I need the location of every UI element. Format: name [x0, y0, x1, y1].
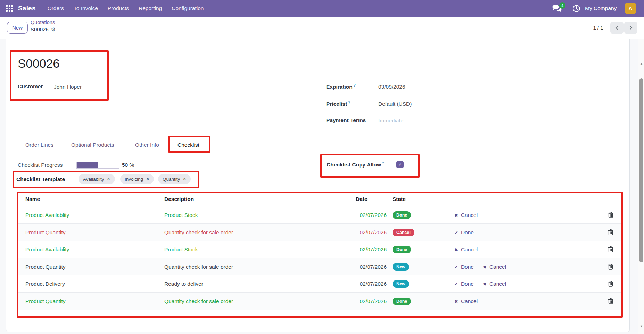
cell-date: 02/07/2026 — [329, 206, 387, 224]
field-label-pricelist: Pricelist? — [326, 100, 350, 107]
tab-other-info[interactable]: Other Info — [135, 140, 159, 149]
apps-grid-icon[interactable] — [6, 5, 13, 12]
company-switcher[interactable]: My Company — [585, 0, 617, 17]
new-button[interactable]: New — [7, 22, 28, 34]
tag-remove-icon[interactable]: ✕ — [146, 177, 149, 181]
activities-button[interactable] — [572, 5, 580, 14]
x-icon: ✖ — [483, 264, 487, 270]
customer-label: Customer — [18, 83, 43, 90]
row-action-done[interactable]: ✔Done — [454, 281, 474, 287]
state-badge: New — [393, 280, 409, 288]
checklist-table: NameDescriptionDateState Product Availab… — [17, 192, 623, 318]
table-row[interactable]: Product QuantityQuantity check for sale … — [17, 293, 623, 310]
cell-date: 02/07/2026 — [329, 258, 387, 276]
app-name[interactable]: Sales — [18, 5, 36, 12]
field-value-expiration[interactable]: 03/09/2026 — [378, 84, 405, 90]
cell-date: 02/07/2026 — [329, 275, 387, 293]
row-action-cancel[interactable]: ✖Cancel — [483, 264, 506, 270]
table-row[interactable]: Product QuantityQuantity check for sale … — [17, 224, 623, 241]
nav-menu-configuration[interactable]: Configuration — [167, 0, 208, 17]
checklist-copy-allow-label: Checklist Copy Allow? — [327, 161, 384, 168]
delete-row-button[interactable] — [607, 212, 614, 219]
pager-next-button[interactable] — [624, 22, 637, 34]
trash-icon — [608, 212, 613, 218]
nav-menu-to-invoice[interactable]: To Invoice — [69, 0, 103, 17]
column-header-name[interactable]: Name — [25, 192, 40, 206]
column-header-state[interactable]: State — [393, 192, 406, 206]
checklist-copy-allow-text: Checklist Copy Allow — [327, 162, 381, 168]
row-action-done[interactable]: ✔Done — [454, 264, 474, 270]
help-icon[interactable]: ? — [382, 161, 384, 165]
nav-menu-reporting[interactable]: Reporting — [134, 0, 167, 17]
cell-name: Product Delivery — [25, 275, 65, 293]
delete-row-button[interactable] — [607, 246, 614, 253]
scrollbar-thumb[interactable] — [639, 78, 643, 262]
x-icon: ✖ — [454, 299, 458, 304]
quotation-title: S00026 — [18, 57, 60, 71]
table-row[interactable]: Product QuantityQuantity check for sale … — [17, 258, 623, 276]
scroll-up-icon[interactable]: ▲ — [638, 62, 644, 65]
x-icon: ✖ — [483, 282, 487, 287]
template-tag-label: Availablity — [83, 177, 104, 182]
row-action-cancel[interactable]: ✖Cancel — [454, 298, 478, 304]
row-actions: ✔Done✖Cancel — [454, 258, 506, 276]
row-action-cancel[interactable]: ✖Cancel — [454, 212, 478, 218]
checklist-progress-value: 50 % — [122, 162, 134, 168]
row-action-label: Cancel — [461, 212, 478, 218]
delete-row-button[interactable] — [607, 298, 614, 305]
tab-order-lines[interactable]: Order Lines — [25, 140, 53, 149]
scroll-down-icon[interactable]: ▼ — [638, 325, 644, 328]
checklist-progress-label: Checklist Progress — [18, 162, 63, 168]
nav-menu-products[interactable]: Products — [103, 0, 134, 17]
tag-remove-icon[interactable]: ✕ — [183, 177, 186, 181]
breadcrumb-quotations-link[interactable]: Quotations — [31, 19, 56, 26]
column-header-description[interactable]: Description — [164, 192, 194, 206]
user-avatar[interactable]: A — [625, 3, 636, 14]
table-row[interactable]: Product DeliveryReady to deliver02/07/20… — [17, 275, 623, 293]
vertical-scrollbar[interactable]: ▲ ▼ — [638, 39, 644, 334]
tag-remove-icon[interactable]: ✕ — [107, 177, 110, 181]
table-row[interactable]: Product AvailablityProduct Stock02/07/20… — [17, 206, 623, 224]
row-action-label: Cancel — [489, 264, 506, 270]
checklist-copy-allow-checkbox[interactable]: ✓ — [396, 161, 404, 168]
help-icon[interactable]: ? — [348, 100, 350, 104]
field-row-pricelist: Pricelist?Default (USD) — [326, 100, 521, 107]
row-action-label: Done — [461, 229, 474, 236]
field-value-pricelist[interactable]: Default (USD) — [378, 101, 412, 107]
customer-value[interactable]: John Hoper — [54, 84, 82, 90]
row-action-label: Cancel — [461, 298, 478, 304]
control-panel: New Quotations S00026⚙ 1 / 1 — [0, 17, 644, 39]
help-icon[interactable]: ? — [354, 83, 356, 87]
row-actions: ✖Cancel — [454, 241, 478, 258]
tab-checklist[interactable]: Checklist — [177, 140, 199, 149]
cell-name: Product Quantity — [25, 224, 65, 241]
state-badge: Done — [393, 246, 411, 253]
delete-row-button[interactable] — [607, 229, 614, 236]
column-header-date[interactable]: Date — [356, 192, 368, 206]
delete-row-button[interactable] — [607, 263, 614, 270]
pager-previous-button[interactable] — [610, 22, 624, 34]
field-value-payment-terms[interactable]: Immediate — [378, 117, 403, 124]
template-tag-availablity: Availablity✕ — [79, 174, 115, 184]
odoo-sales-screen: Sales OrdersTo InvoiceProductsReportingC… — [0, 0, 644, 334]
check-icon: ✔ — [454, 282, 458, 287]
table-row[interactable]: Product AvailablityProduct Stock02/07/20… — [17, 241, 623, 258]
gear-icon[interactable]: ⚙ — [51, 26, 56, 32]
field-row-expiration: Expiration?03/09/2026 — [326, 83, 521, 90]
row-action-cancel[interactable]: ✖Cancel — [483, 281, 506, 287]
row-actions: ✔Done✖Cancel — [454, 275, 506, 293]
row-action-done[interactable]: ✔Done — [454, 229, 474, 236]
state-badge: Done — [393, 211, 411, 219]
breadcrumb: Quotations S00026⚙ — [31, 19, 56, 33]
row-actions: ✖Cancel — [454, 293, 478, 310]
chevron-left-icon — [614, 25, 619, 30]
field-label-payment-terms: Payment Terms — [326, 117, 366, 123]
nav-menu-orders[interactable]: Orders — [43, 0, 69, 17]
delete-row-button[interactable] — [607, 280, 614, 287]
cell-description: Product Stock — [164, 241, 198, 258]
tab-optional-products[interactable]: Optional Products — [71, 140, 114, 149]
tabs-divider — [6, 152, 629, 152]
row-action-cancel[interactable]: ✖Cancel — [454, 246, 478, 253]
checklist-progress-bar — [76, 162, 119, 169]
cell-date: 02/07/2026 — [329, 224, 387, 241]
